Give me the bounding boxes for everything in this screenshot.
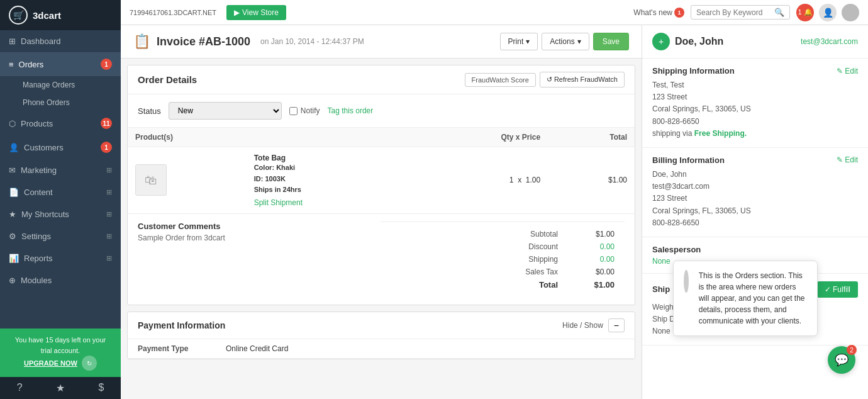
favorites-icon[interactable]: ★: [56, 382, 65, 394]
shipping-edit-link[interactable]: ✎ Edit: [837, 67, 858, 76]
sidebar-item-label: My Shortcuts: [21, 210, 101, 219]
logo-icon: 🛒: [9, 6, 28, 25]
sidebar-item-customers[interactable]: 👤 Customers 1: [0, 135, 121, 159]
sidebar-item-orders[interactable]: ≡ Orders 1: [0, 52, 121, 76]
sidebar-item-modules[interactable]: ⊕ Modules: [0, 269, 121, 291]
total-row: Total $1.00: [508, 279, 615, 291]
order-details-section: Order Details FraudWatch Score ↺ Refresh…: [127, 65, 635, 305]
table-row: 🛍 Tote Bag Color: Khaki ID: 1003K Ships …: [128, 147, 635, 213]
fulfill-button[interactable]: ✓ Fulfill: [817, 281, 858, 298]
user-icon[interactable]: 👤: [819, 4, 837, 21]
left-panel: 📋 Invoice #AB-1000 on Jan 10, 2014 - 12:…: [121, 25, 642, 399]
billing-icon[interactable]: $: [98, 382, 104, 394]
reports-icon: 📊: [9, 254, 19, 263]
billing-phone: 800-828-6650: [652, 218, 699, 227]
trial-bar: You have 15 days left on your trial acco…: [0, 329, 121, 377]
product-thumbnail-cell: 🛍: [128, 147, 247, 213]
chat-bubble-button[interactable]: 💬 2: [828, 346, 855, 374]
actions-button[interactable]: Actions ▾: [542, 33, 589, 50]
sidebar-item-settings[interactable]: ⚙ Settings ⊞: [0, 225, 121, 247]
payment-type-label: Payment Type: [138, 344, 213, 353]
marketing-icon: ✉: [9, 166, 16, 175]
sales-tax-value: $0.00: [577, 267, 615, 276]
billing-name: Doe, John: [652, 170, 687, 179]
billing-city-state: Coral Springs, FL, 33065, US: [652, 206, 751, 215]
shipping-city-state: Coral Springs, FL, 33065, US: [652, 104, 751, 113]
ship-title: Ship: [652, 284, 670, 294]
add-customer-icon[interactable]: +: [652, 33, 670, 50]
invoice-actions: Print ▾ Actions ▾ Save: [500, 33, 629, 50]
shipping-method-text: shipping via Free Shipping.: [652, 129, 747, 138]
sales-tax-row: Sales Tax $0.00: [508, 266, 615, 278]
comments-text: Sample Order from 3dcart: [138, 233, 362, 242]
sidebar-item-products[interactable]: ⬡ Products 11: [0, 111, 121, 135]
print-button[interactable]: Print ▾: [500, 33, 538, 50]
status-label: Status: [138, 106, 161, 116]
save-button[interactable]: Save: [593, 33, 629, 50]
whats-new-link[interactable]: What's new 1: [633, 8, 684, 18]
customer-email[interactable]: test@3dcart.com: [801, 37, 858, 46]
notify-area: Notify: [289, 106, 320, 115]
sidebar-item-my-shortcuts[interactable]: ★ My Shortcuts ⊞: [0, 203, 121, 225]
sidebar-item-marketing[interactable]: ✉ Marketing ⊞: [0, 159, 121, 181]
billing-address-text: Doe, John test@3dcart.com 123 Street Cor…: [652, 169, 858, 229]
sidebar-item-manage-orders[interactable]: Manage Orders: [0, 76, 121, 94]
notification-icon[interactable]: 1 🔔: [796, 4, 814, 21]
sidebar-item-phone-orders[interactable]: Phone Orders: [0, 94, 121, 111]
payment-toggle-area: Hide / Show −: [562, 318, 625, 332]
modules-icon: ⊕: [9, 276, 16, 285]
search-icon[interactable]: 🔍: [774, 8, 784, 17]
orders-badge: 1: [101, 59, 112, 70]
customer-name: Doe, John: [675, 36, 796, 47]
shipping-phone: 800-828-6650: [652, 117, 699, 126]
sidebar-item-label: Reports: [24, 254, 101, 263]
content-area: 📋 Invoice #AB-1000 on Jan 10, 2014 - 12:…: [121, 25, 868, 399]
invoice-icon: 📋: [133, 33, 150, 50]
main-area: 71994617061.3DCART.NET ▶ View Store What…: [121, 0, 868, 399]
total-value: $1.00: [577, 280, 615, 289]
billing-email: test@3dcart.com: [652, 182, 709, 191]
view-store-button[interactable]: ▶ View Store: [226, 5, 286, 20]
customers-icon: 👤: [9, 143, 19, 152]
shipping-address-text: Test, Test 123 Street Coral Springs, FL,…: [652, 79, 858, 140]
color-label: Color:: [254, 164, 276, 171]
sidebar-item-content[interactable]: 📄 Content ⊞: [0, 181, 121, 203]
shipping-info-title: Shipping Information: [652, 66, 735, 76]
split-shipment-link[interactable]: Split Shipment: [254, 198, 401, 207]
refresh-fraudwatch-button[interactable]: ↺ Refresh FraudWatch: [540, 72, 625, 87]
subtotal-value: $1.00: [577, 230, 615, 239]
help-icon[interactable]: ?: [17, 382, 23, 394]
id-label: ID:: [254, 175, 265, 183]
sidebar-item-reports[interactable]: 📊 Reports ⊞: [0, 247, 121, 269]
shipping-address: 123 Street: [652, 93, 687, 101]
billing-info-title: Billing Information: [652, 155, 725, 165]
notify-checkbox[interactable]: [289, 107, 298, 115]
col-total: Total: [548, 128, 635, 147]
status-select[interactable]: New: [169, 102, 282, 120]
account-icon[interactable]: [842, 4, 859, 21]
billing-address: 123 Street: [652, 194, 687, 203]
settings-icon: ⚙: [9, 232, 16, 241]
collapse-button[interactable]: −: [608, 318, 625, 332]
whats-new-badge: 1: [674, 8, 684, 18]
sidebar-item-dashboard[interactable]: ⊞ Dashboard: [0, 30, 121, 52]
shortcuts-icon: ★: [9, 210, 16, 219]
search-box: 🔍: [691, 5, 790, 20]
billing-edit-link[interactable]: ✎ Edit: [837, 155, 858, 164]
comments-section: Customer Comments Sample Order from 3dca…: [128, 213, 635, 305]
upgrade-link[interactable]: UPGRADE NOW: [24, 359, 77, 367]
discount-value: 0.00: [577, 242, 615, 251]
order-details-title: Order Details: [138, 74, 197, 85]
shipping-row: Shipping 0.00: [508, 254, 615, 265]
shipping-info-section: Shipping Information ✎ Edit Test, Test 1…: [642, 59, 868, 148]
sidebar: 🛒 3dcart ⊞ Dashboard ≡ Orders 1 Manage O…: [0, 0, 121, 399]
product-info-cell: Tote Bag Color: Khaki ID: 1003K Ships in…: [247, 147, 409, 213]
hide-show-link[interactable]: Hide / Show: [562, 321, 603, 330]
expand-icon: ⊞: [106, 254, 112, 262]
search-input[interactable]: [696, 8, 772, 17]
invoice-title: Invoice #AB-1000: [157, 35, 250, 48]
tag-order-link[interactable]: Tag this order: [328, 106, 374, 115]
discount-row: Discount 0.00: [508, 241, 615, 252]
salesperson-label: Salesperson: [652, 245, 858, 254]
content-icon: 📄: [9, 188, 19, 197]
